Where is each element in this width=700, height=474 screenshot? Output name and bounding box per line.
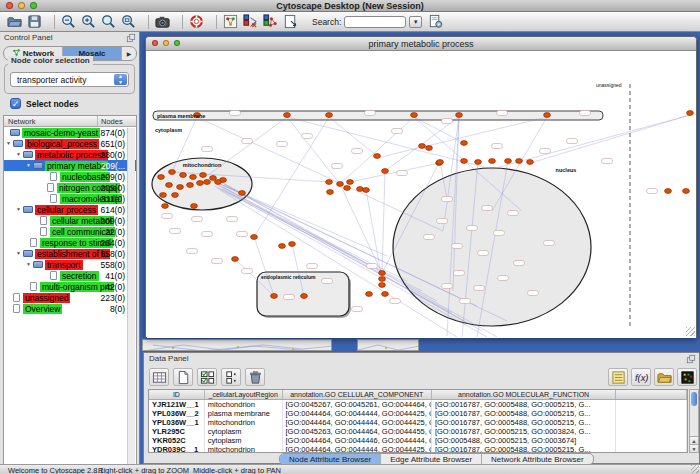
tree-row[interactable]: cellular metabol209(0) [4,215,136,226]
tree-row[interactable]: ▼metabolic process280(0) [4,149,136,160]
network-node[interactable] [363,188,370,193]
network-node[interactable] [326,180,333,185]
tree-row[interactable]: macromolecule311(0) [4,193,136,204]
network-node[interactable] [289,242,296,247]
network-node[interactable] [169,170,176,175]
network-node[interactable] [158,175,165,180]
column-header[interactable]: annotation.GO CELLULAR_COMPONENT [283,390,432,399]
network-node[interactable] [527,160,534,165]
table-row[interactable]: YKR052Ccytoplasm[GO:0044464, GO:0044446,… [149,436,687,445]
network-node[interactable] [232,257,239,262]
tab-network-attribute-browser[interactable]: Network Attribute Browser [482,454,592,464]
node-color-dropdown[interactable]: transporter activity ▲▼ [10,72,129,87]
column-header[interactable]: ID [149,390,205,399]
network-node[interactable] [284,113,291,118]
network-node[interactable] [456,113,463,118]
open-file-icon[interactable] [4,13,24,31]
save-icon[interactable] [24,13,44,31]
network-node[interactable] [411,113,418,118]
search-config-icon[interactable] [425,13,445,31]
tree-expander-icon[interactable]: ▼ [16,149,23,160]
network-node[interactable] [301,294,308,299]
network-node[interactable] [516,159,523,164]
network-canvas[interactable]: plasma membranecytoplasmmitochondrionnuc… [147,51,696,338]
table-scrollbar-thumb[interactable] [691,392,697,406]
zoom-out-icon[interactable] [58,13,78,31]
network-node[interactable] [544,113,551,118]
network-node[interactable] [379,277,386,282]
network-node[interactable] [177,185,184,190]
tree-row[interactable]: ▼establishment of lo558(0) [4,248,136,259]
tree-row[interactable]: nitrogen compo209(0) [4,182,136,193]
tab-node-attribute-browser[interactable]: Node Attribute Browser [280,454,381,464]
tree-expander-icon[interactable]: ▼ [26,259,33,270]
help-icon[interactable] [186,13,206,31]
network-node[interactable] [200,173,207,178]
zoom-in-icon[interactable] [78,13,98,31]
vizmapper-icon[interactable] [220,13,240,31]
table-scrollbar[interactable]: ▲ ▼ [689,389,699,453]
float-data-panel-icon[interactable] [686,354,696,364]
network-node[interactable] [505,159,512,164]
tree-expander-icon[interactable]: ▼ [16,204,23,215]
window-resize-grip[interactable] [686,327,695,336]
network-node[interactable] [190,175,197,180]
network-node[interactable] [379,283,386,288]
network-node[interactable] [382,169,389,174]
table-row[interactable]: YJR121W__1mitochondrion[GO:0045267, GO:0… [149,400,687,409]
tree-row[interactable]: multi-organism pro42(0) [4,281,136,292]
scroll-up-button[interactable]: ▲ [690,436,698,444]
tree-row[interactable]: response to stimul264(0) [4,237,136,248]
tree-row[interactable]: unassigned223(0) [4,292,136,303]
network-node[interactable] [382,292,389,297]
network-node[interactable] [271,294,278,299]
tree-row[interactable]: mosaic-demo-yeast874(0) [4,127,136,138]
attribute-list-icon[interactable] [608,368,628,386]
table-row[interactable]: YLR295Ccytoplasm[GO:0045263, GO:0044464,… [149,427,687,436]
network-node[interactable] [197,181,204,186]
tree-expander-icon[interactable]: ▼ [6,138,13,149]
tree-expander-icon[interactable]: ▼ [16,248,23,259]
tree-row[interactable]: ▼cellular process614(0) [4,204,136,215]
tree-row[interactable]: nucleobase-209(0) [4,171,136,182]
tree-column-nodes[interactable]: Nodes [98,116,136,126]
network-node[interactable] [489,159,496,164]
search-dropdown-button[interactable]: ▼ [409,16,422,28]
snapshot-icon[interactable] [152,13,172,31]
network-node[interactable] [419,144,426,149]
network-node[interactable] [461,159,468,164]
tab-overflow-arrow[interactable]: ▶ [122,47,136,60]
network-tool-icon-1[interactable] [240,13,260,31]
network-node[interactable] [187,183,194,188]
zoom-selected-icon[interactable] [98,13,118,31]
network-node[interactable] [461,141,468,146]
network-node[interactable] [683,189,690,194]
network-node[interactable] [337,182,344,187]
network-node[interactable] [191,204,198,209]
network-node[interactable] [215,180,222,185]
function-builder-icon[interactable] [631,368,651,386]
tree-expander-icon[interactable]: ▼ [26,160,33,171]
select-nodes-checkbox[interactable]: ✓ [10,98,21,109]
network-node[interactable] [366,292,373,297]
annotation-select-icon[interactable] [280,13,300,31]
network-node[interactable] [379,271,386,276]
network-node[interactable] [210,176,217,181]
column-header[interactable]: annotation.GO MOLECULAR_FUNCTION [432,390,616,399]
network-node[interactable] [204,180,211,185]
tree-row[interactable]: cell communicat22(0) [4,226,136,237]
network-node[interactable] [279,244,286,249]
network-node[interactable] [172,193,179,198]
attribute-matrix-icon[interactable] [677,368,697,386]
app-resize-grip[interactable] [691,465,699,473]
network-node[interactable] [347,180,354,185]
select-attributes-icon[interactable] [197,368,217,386]
network-node[interactable] [166,183,173,188]
network-tool-icon-2[interactable] [260,13,280,31]
network-node[interactable] [180,173,187,178]
network-node[interactable] [426,146,433,151]
delete-attribute-icon[interactable] [245,368,265,386]
unselect-attributes-icon[interactable] [221,368,241,386]
network-node[interactable] [239,191,246,196]
network-node[interactable] [326,113,333,118]
